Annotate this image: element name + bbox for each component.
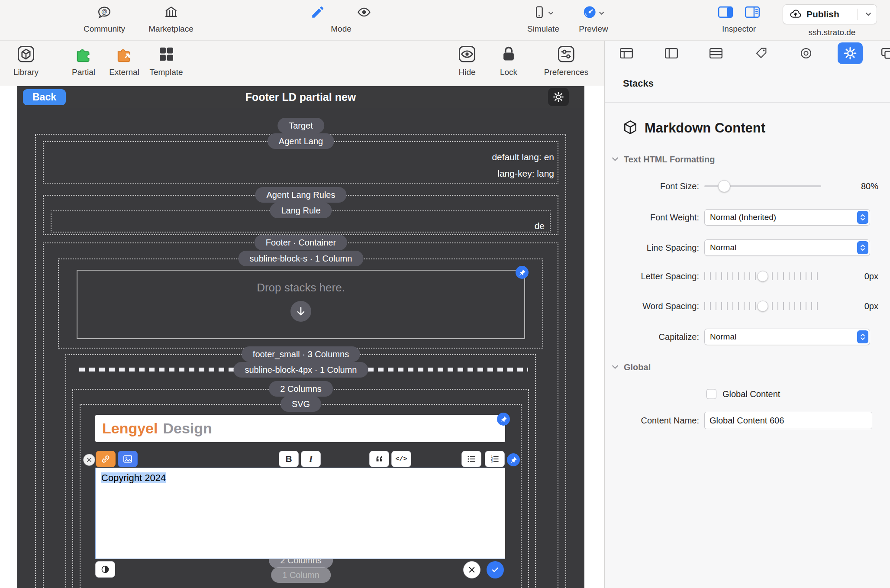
pill-2-columns[interactable]: 2 Columns <box>269 381 333 397</box>
section-global[interactable]: Global <box>612 361 651 374</box>
word-spacing-slider[interactable] <box>704 302 821 310</box>
publish-chevron-icon[interactable] <box>862 10 871 18</box>
pill-subline-block-s[interactable]: subline-block-s · 1 Column <box>239 251 364 266</box>
stacks-canvas: Target Agent Lang Agent Lang Rules Lang … <box>17 108 584 588</box>
marketplace-icon <box>164 5 178 21</box>
tab-rows-layout[interactable] <box>703 42 729 64</box>
marketplace-button[interactable]: Marketplace <box>148 5 193 34</box>
chevron-down-icon <box>599 9 604 17</box>
default-lang-text: default lang: en <box>492 152 554 162</box>
line-spacing-row: Line Spacing: Normal <box>605 238 890 257</box>
inspector-right-panel-icon[interactable] <box>744 5 761 21</box>
pill-agent-lang-rules[interactable]: Agent Lang Rules <box>255 187 346 203</box>
letter-spacing-value: 0px <box>864 271 878 281</box>
community-label: Community <box>84 24 125 34</box>
drop-zone-label: Drop stacks here. <box>77 281 524 294</box>
marketplace-label: Marketplace <box>148 24 193 34</box>
library-button[interactable]: Library <box>13 44 39 77</box>
cancel-button[interactable] <box>463 561 480 578</box>
svg-text:3: 3 <box>491 460 493 463</box>
community-button[interactable]: @ Community <box>84 5 125 34</box>
contrast-toggle-button[interactable] <box>95 561 115 578</box>
preferences-button[interactable]: Preferences <box>544 44 588 77</box>
preview-label: Preview <box>579 24 608 34</box>
pin-icon[interactable] <box>497 413 510 426</box>
tab-tags[interactable] <box>748 42 774 64</box>
numbered-list-button[interactable]: 123 <box>485 451 505 467</box>
slider-thumb[interactable] <box>758 301 768 312</box>
link-button[interactable] <box>96 451 116 467</box>
inspector-panel: Stacks Markdown Content Text HTML Format… <box>604 41 890 588</box>
tab-page-layout[interactable] <box>614 42 639 64</box>
section-text-html-formatting[interactable]: Text HTML Formatting <box>612 153 715 166</box>
pin-icon[interactable] <box>507 453 520 466</box>
partial-title: Footer LD partial new <box>17 91 584 103</box>
tab-target[interactable] <box>793 42 819 64</box>
select-value: Normal (Inherited) <box>705 213 857 222</box>
line-spacing-label: Line Spacing: <box>605 243 699 253</box>
pill-agent-lang[interactable]: Agent Lang <box>268 133 334 149</box>
preferences-sliders-icon <box>556 44 576 66</box>
pill-target[interactable]: Target <box>277 118 324 133</box>
tab-settings[interactable] <box>838 42 863 64</box>
editor-close-icon[interactable] <box>83 454 95 466</box>
letter-spacing-label: Letter Spacing: <box>605 271 699 281</box>
bold-button[interactable]: B <box>279 451 299 467</box>
preview-mode-icon[interactable] <box>356 5 372 21</box>
pill-svg[interactable]: SVG <box>281 396 321 412</box>
select-value: Normal <box>705 243 857 252</box>
bullet-list-button[interactable] <box>461 451 481 467</box>
stack-cube-icon <box>622 119 638 137</box>
bold-label: B <box>285 454 292 464</box>
simulate-button[interactable]: Simulate <box>527 5 559 34</box>
font-weight-row: Font Weight: Normal (Inherited) <box>605 208 890 227</box>
pin-icon[interactable] <box>516 266 529 279</box>
preview-button[interactable]: Preview <box>579 5 608 34</box>
font-weight-select[interactable]: Normal (Inherited) <box>704 209 870 226</box>
confirm-button[interactable] <box>487 561 504 578</box>
svg-text:@: @ <box>101 8 107 15</box>
external-button[interactable]: External <box>109 44 139 77</box>
edit-mode-icon[interactable] <box>310 5 325 21</box>
inspector-left-panel-icon[interactable] <box>717 5 734 21</box>
line-spacing-select[interactable]: Normal <box>704 239 870 256</box>
markdown-edit-area[interactable]: Copyright 2024 <box>95 468 505 559</box>
content-name-input[interactable] <box>704 412 872 429</box>
tab-partials[interactable] <box>875 42 890 64</box>
font-size-value: 80% <box>861 181 878 191</box>
slider-thumb[interactable] <box>758 271 768 282</box>
inspector-group: Inspector <box>717 5 761 34</box>
capitalize-select[interactable]: Normal <box>704 329 870 345</box>
letter-spacing-slider[interactable] <box>704 272 821 280</box>
hide-button[interactable]: Hide <box>457 44 477 77</box>
partial-settings-button[interactable] <box>548 88 569 106</box>
tab-sidebar-layout[interactable] <box>659 42 684 64</box>
drop-arrow-icon <box>290 301 311 322</box>
panel-title: Stacks <box>623 78 654 89</box>
code-button[interactable]: </> <box>391 451 411 467</box>
partial-button[interactable]: Partial <box>72 44 95 77</box>
lock-button[interactable]: Lock <box>499 44 519 77</box>
pill-subline-block-4px[interactable]: subline-block-4px · 1 Column <box>233 362 368 378</box>
select-stepper-icon <box>857 330 868 343</box>
logo-block[interactable]: Lengyel Design <box>95 415 505 442</box>
back-button[interactable]: Back <box>23 89 66 105</box>
blockquote-button[interactable] <box>369 451 389 467</box>
chevron-down-icon <box>612 155 619 163</box>
pill-lang-rule[interactable]: Lang Rule <box>270 203 332 218</box>
publish-button[interactable]: Publish <box>783 4 877 24</box>
lock-label: Lock <box>500 68 517 77</box>
pill-footer-container[interactable]: Footer · Container <box>255 235 347 250</box>
mode-group: Mode <box>310 5 372 34</box>
slider-thumb[interactable] <box>718 180 730 192</box>
image-button[interactable] <box>118 451 138 467</box>
template-button[interactable]: Template <box>149 44 183 77</box>
section-label: Text HTML Formatting <box>624 155 715 165</box>
drop-zone[interactable]: Drop stacks here. <box>77 270 525 339</box>
lock-icon <box>499 44 519 66</box>
pill-footer-small[interactable]: footer_small · 3 Columns <box>242 346 360 362</box>
global-content-checkbox[interactable] <box>706 389 716 399</box>
font-size-slider[interactable] <box>704 185 821 187</box>
italic-button[interactable]: I <box>301 451 321 467</box>
pill-1-column[interactable]: 1 Column <box>271 567 331 583</box>
